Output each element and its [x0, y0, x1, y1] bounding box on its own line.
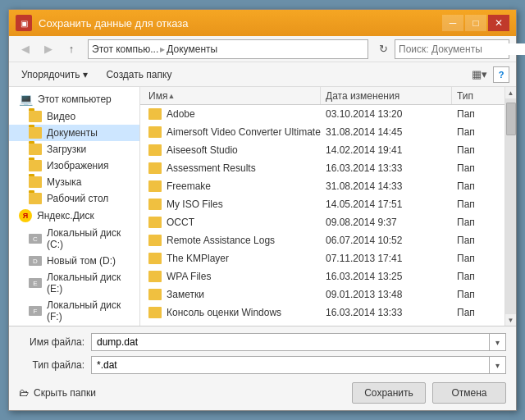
up-button[interactable]: ↑: [62, 39, 81, 59]
file-row[interactable]: My ISO Files 14.05.2014 17:51 Пап: [140, 195, 504, 213]
sidebar-item-drive-d[interactable]: D Новый том (D:): [9, 253, 139, 269]
file-cell-type: Пап: [452, 271, 501, 282]
sidebar-item-documents-label: Документы: [47, 127, 98, 139]
folder-icon-desktop: [29, 193, 42, 204]
filetype-input[interactable]: [91, 356, 490, 374]
filename-input[interactable]: [91, 333, 490, 351]
drive-icon-e: E: [29, 278, 42, 288]
file-cell-name: Remote Assistance Logs: [144, 235, 321, 246]
forward-button[interactable]: ▶: [39, 39, 58, 59]
view-toggle-button[interactable]: ▦ ▾: [468, 66, 490, 84]
filename-group: ▾: [91, 333, 506, 351]
folder-icon-console: [148, 307, 162, 318]
folder-icon-assessment: [148, 162, 162, 174]
file-row[interactable]: Консоль оценки Windows 16.03.2014 13:33 …: [140, 304, 504, 322]
search-input[interactable]: [395, 43, 525, 55]
sidebar-item-drive-e[interactable]: E Локальный диск (E:): [9, 269, 139, 297]
address-bar[interactable]: Этот компью... ▸ Документы: [88, 39, 368, 59]
scroll-up-arrow[interactable]: ▲: [505, 87, 517, 98]
filetype-group: ▾: [91, 356, 506, 374]
sidebar-item-video-label: Видео: [47, 111, 75, 122]
file-cell-date: 16.03.2014 13:33: [321, 162, 452, 174]
search-bar: 🔍: [395, 39, 509, 59]
file-row[interactable]: Aiseesoft Studio 14.02.2014 19:41 Пап: [140, 141, 504, 159]
sidebar-item-drive-c[interactable]: C Локальный диск (C:): [9, 225, 139, 253]
folder-icon-occt: [148, 217, 162, 228]
file-cell-date: 09.01.2013 13:48: [321, 289, 452, 300]
show-folders-toggle[interactable]: 🗁 Скрыть папки: [19, 387, 96, 399]
file-cell-date: 16.03.2014 13:25: [321, 271, 452, 282]
folder-icon-kmplayer: [148, 253, 162, 264]
filetype-row: Тип файла: ▾: [19, 356, 506, 374]
organize-button[interactable]: Упорядочить ▾: [16, 66, 94, 83]
address-part2: Документы: [167, 43, 217, 55]
sidebar-item-video[interactable]: Видео: [9, 108, 139, 125]
address-separator: ▸: [160, 43, 165, 55]
sidebar-item-music[interactable]: Музыка: [9, 174, 139, 190]
drive-icon-f: F: [29, 306, 42, 316]
file-cell-name: Adobe: [144, 108, 321, 120]
refresh-button[interactable]: ↻: [375, 40, 391, 58]
show-folders-label: Скрыть папки: [34, 387, 96, 399]
col-header-name[interactable]: Имя ▲: [144, 87, 321, 104]
filename-dropdown[interactable]: ▾: [490, 333, 506, 351]
window-controls: ─ □ ✕: [442, 15, 509, 31]
maximize-button[interactable]: □: [465, 15, 486, 31]
file-cell-name: Заметки: [144, 289, 321, 300]
sidebar-item-documents[interactable]: Документы: [9, 125, 139, 141]
file-cell-type: Пап: [452, 289, 501, 300]
sidebar-item-music-label: Музыка: [47, 176, 81, 188]
sidebar-item-desktop[interactable]: Рабочий стол: [9, 190, 139, 207]
sidebar-item-drive-f[interactable]: F Локальный диск (F:): [9, 297, 139, 325]
file-cell-name: Консоль оценки Windows: [144, 307, 321, 318]
sidebar-item-drive-e-label: Локальный диск (E:): [47, 272, 133, 294]
file-cell-date: 06.07.2014 10:52: [321, 235, 452, 246]
file-row[interactable]: WPA Files 16.03.2014 13:25 Пап: [140, 267, 504, 285]
file-row[interactable]: Заметки 09.01.2013 13:48 Пап: [140, 285, 504, 304]
scroll-down-arrow[interactable]: ▼: [505, 314, 517, 326]
create-folder-button[interactable]: Создать папку: [100, 66, 177, 83]
file-row[interactable]: Adobe 03.10.2014 13:20 Пап: [140, 105, 504, 123]
filename-label: Имя файла:: [19, 336, 84, 348]
file-cell-type: Пап: [452, 126, 501, 138]
sidebar-item-downloads[interactable]: Загрузки: [9, 141, 139, 158]
file-row[interactable]: Freemake 31.08.2014 14:33 Пап: [140, 177, 504, 195]
sidebar-item-images[interactable]: Изображения: [9, 158, 139, 174]
address-part1: Этот компью...: [92, 43, 158, 55]
address-path: Этот компью... ▸ Документы: [92, 43, 217, 55]
col-header-type[interactable]: Тип: [452, 87, 501, 104]
file-cell-type: Пап: [452, 217, 501, 228]
cancel-button[interactable]: Отмена: [432, 382, 506, 404]
sidebar-item-computer[interactable]: 💻 Этот компьютер: [9, 90, 139, 108]
toolbar-right: ▦ ▾ ?: [468, 66, 509, 84]
help-button[interactable]: ?: [493, 66, 509, 83]
dialog-title: Сохранить данные для отказа: [39, 17, 442, 30]
scroll-thumb[interactable]: [506, 103, 516, 135]
scroll-track[interactable]: [505, 98, 517, 314]
file-cell-date: 03.10.2014 13:20: [321, 108, 452, 120]
folder-icon-notes: [148, 289, 162, 300]
file-cell-name: Aiseesoft Studio: [144, 144, 321, 156]
file-row[interactable]: The KMPlayer 07.11.2013 17:41 Пап: [140, 249, 504, 267]
file-row[interactable]: OCCT 09.08.2014 9:37 Пап: [140, 213, 504, 231]
save-button[interactable]: Сохранить: [352, 382, 426, 404]
filetype-label: Тип файла:: [19, 359, 84, 371]
folder-icon-iso: [148, 199, 162, 210]
sidebar-item-yandex[interactable]: Я Яндекс.Диск: [9, 207, 139, 225]
file-cell-date: 14.05.2014 17:51: [321, 199, 452, 210]
close-button[interactable]: ✕: [488, 15, 509, 31]
file-row[interactable]: Assessment Results 16.03.2014 13:33 Пап: [140, 159, 504, 177]
folder-icon-adobe: [148, 108, 162, 120]
back-button[interactable]: ◀: [16, 39, 35, 59]
col-header-date[interactable]: Дата изменения: [321, 87, 452, 104]
file-row[interactable]: Aimersoft Video Converter Ultimate 31.08…: [140, 123, 504, 141]
file-row-remote-assistance[interactable]: Remote Assistance Logs 06.07.2014 10:52 …: [140, 231, 504, 249]
scrollbar[interactable]: ▲ ▼: [504, 87, 516, 326]
folder-icon-aiseesoft: [148, 144, 162, 156]
file-list: Adobe 03.10.2014 13:20 Пап Aimersoft Vid…: [140, 105, 504, 326]
folder-icon-remote: [148, 235, 162, 246]
filetype-dropdown[interactable]: ▾: [490, 356, 506, 374]
bottom-area: Имя файла: ▾ Тип файла: ▾ 🗁 Скрыть папки…: [9, 326, 516, 410]
minimize-button[interactable]: ─: [442, 15, 463, 31]
folder-toggle-icon: 🗁: [19, 387, 29, 399]
